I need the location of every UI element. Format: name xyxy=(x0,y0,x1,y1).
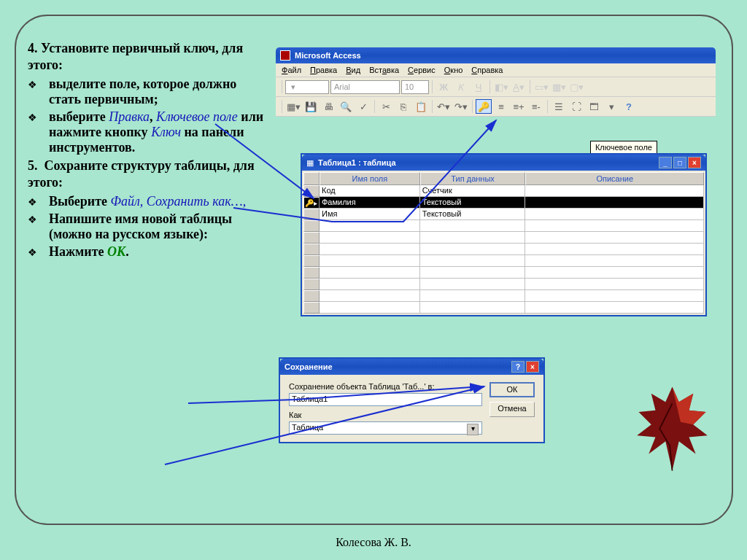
paste-icon[interactable]: 📋 xyxy=(413,99,429,114)
bullet-choose-edit: ❖ выберите Правка, Ключевое поле или наж… xyxy=(28,109,268,155)
ok-button[interactable]: ОК xyxy=(489,382,535,397)
step-5: 5. Сохраните структуру таблицы, для этог… xyxy=(28,158,268,192)
field-grid: Имя поля Тип данных Описание Код Счетчик… xyxy=(303,172,704,314)
app-title: Microsoft Access xyxy=(295,51,711,60)
new-object-icon[interactable]: ▾ xyxy=(603,99,619,114)
bullet-file-saveas: ❖ Выберите Файл, Сохранить как…, xyxy=(28,194,268,209)
insert-row-icon[interactable]: ≡+ xyxy=(511,99,527,114)
maple-leaf-decoration xyxy=(630,378,714,480)
delete-row-icon[interactable]: ≡- xyxy=(528,99,544,114)
menu-view[interactable]: Вид xyxy=(346,66,360,74)
table-icon: ▦ xyxy=(306,158,314,168)
table-name-input[interactable]: Таблица1 xyxy=(289,393,482,406)
access-icon xyxy=(280,50,290,61)
print-icon[interactable]: 🖶 xyxy=(320,99,336,114)
close-button[interactable]: × xyxy=(526,361,539,373)
dialog-title: Сохранение xyxy=(285,362,511,371)
menu-help[interactable]: Справка xyxy=(471,66,503,74)
object-combo[interactable]: ▾ xyxy=(285,80,329,94)
font-combo[interactable]: Arial xyxy=(330,80,400,94)
fontsize-combo[interactable]: 10 xyxy=(401,80,429,94)
dialog-titlebar[interactable]: Сохранение ? × xyxy=(280,359,543,375)
menu-insert[interactable]: Вставка xyxy=(369,66,399,74)
menu-window[interactable]: Окно xyxy=(444,66,463,74)
db-window-icon[interactable]: 🗔 xyxy=(586,99,602,114)
3d-icon[interactable]: ▢▾ xyxy=(568,79,584,94)
border-icon[interactable]: ▦▾ xyxy=(551,79,567,94)
close-button[interactable]: × xyxy=(688,157,701,168)
primary-key-icon[interactable]: 🔑 xyxy=(476,99,492,114)
font-color-icon[interactable]: A▾ xyxy=(511,79,527,94)
view-icon[interactable]: ▦▾ xyxy=(285,99,301,114)
table-row-selected: 🔑▸ Фамилия Текстовый xyxy=(303,197,704,209)
menu-service[interactable]: Сервис xyxy=(408,66,436,74)
bullet-press-ok: ❖ Нажмите ОК. xyxy=(28,244,268,260)
save-icon[interactable]: 💾 xyxy=(303,99,319,114)
standard-toolbar: ▦▾ 💾 🖶 🔍 ✓ ✂ ⎘ 📋 ↶▾ ↷▾ 🔑 ≡ ≡+ ≡- ☰ ⛶ 🗔 ▾… xyxy=(276,97,716,117)
save-prompt: Сохранение объекта Таблица 'Таб...' в: xyxy=(289,382,482,391)
builder-icon[interactable]: ⛶ xyxy=(568,99,584,114)
indexes-icon[interactable]: ≡ xyxy=(493,99,509,114)
italic-icon[interactable]: К xyxy=(453,79,469,94)
properties-icon[interactable]: ☰ xyxy=(551,99,567,114)
table-row xyxy=(303,279,704,290)
key-tooltip: Ключевое поле xyxy=(590,141,657,154)
instruction-panel: 4. Установите первичный ключ, для этого:… xyxy=(28,38,268,262)
redo-icon[interactable]: ↷▾ xyxy=(453,99,469,114)
app-titlebar[interactable]: Microsoft Access xyxy=(276,47,716,63)
table-row xyxy=(303,255,704,267)
minimize-button[interactable]: _ xyxy=(659,157,672,168)
as-label: Как xyxy=(289,411,482,419)
table-row: Код Счетчик xyxy=(303,185,704,197)
col-description[interactable]: Описание xyxy=(525,172,704,185)
table-title: Таблица1 : таблица xyxy=(318,158,659,167)
save-as-combo[interactable]: Таблица xyxy=(289,421,482,435)
help-icon[interactable]: ? xyxy=(621,99,637,114)
undo-icon[interactable]: ↶▾ xyxy=(436,99,452,114)
table-row xyxy=(303,302,704,314)
table-row xyxy=(303,220,704,232)
underline-icon[interactable]: Ч xyxy=(471,79,487,94)
cut-icon[interactable]: ✂ xyxy=(378,99,394,114)
col-datatype[interactable]: Тип данных xyxy=(420,172,526,185)
table-row xyxy=(303,232,704,244)
table-row xyxy=(303,267,704,279)
bold-icon[interactable]: Ж xyxy=(436,79,452,94)
menu-edit[interactable]: Правка xyxy=(310,66,337,74)
table-titlebar[interactable]: ▦ Таблица1 : таблица _ □ × xyxy=(302,155,705,171)
cancel-button[interactable]: Отмена xyxy=(489,402,535,417)
slide-footer: Колесова Ж. В. xyxy=(0,536,747,549)
help-button[interactable]: ? xyxy=(511,361,525,373)
preview-icon[interactable]: 🔍 xyxy=(338,99,354,114)
table-design-window: ▦ Таблица1 : таблица _ □ × Имя поля Тип … xyxy=(301,153,707,316)
menu-bar: Файл Правка Вид Вставка Сервис Окно Спра… xyxy=(276,63,716,77)
bullet-select-field: ❖выделите поле, которое должно стать пер… xyxy=(28,77,268,107)
menu-file[interactable]: Файл xyxy=(282,66,301,74)
col-fieldname[interactable]: Имя поля xyxy=(320,172,420,185)
row-selector[interactable] xyxy=(303,209,320,220)
maximize-button[interactable]: □ xyxy=(673,157,686,168)
copy-icon[interactable]: ⎘ xyxy=(395,99,411,114)
line-icon[interactable]: ▭▾ xyxy=(533,79,549,94)
table-row xyxy=(303,244,704,255)
fill-color-icon[interactable]: ◧▾ xyxy=(493,79,509,94)
table-row xyxy=(303,290,704,302)
formatting-toolbar: ▾ Arial 10 Ж К Ч ◧▾ A▾ ▭▾ ▦▾ ▢▾ xyxy=(276,77,716,97)
row-selector[interactable] xyxy=(303,185,320,197)
step-4: 4. Установите первичный ключ, для этого: xyxy=(28,40,268,74)
save-dialog: Сохранение ? × Сохранение объекта Таблиц… xyxy=(279,357,545,443)
table-row: Имя Текстовый xyxy=(303,209,704,220)
bullet-write-name: ❖Напишите имя новой таблицы (можно на ру… xyxy=(28,211,268,242)
row-selector[interactable]: 🔑▸ xyxy=(303,197,320,209)
spellcheck-icon[interactable]: ✓ xyxy=(355,99,371,114)
access-window: Microsoft Access Файл Правка Вид Вставка… xyxy=(276,47,716,117)
